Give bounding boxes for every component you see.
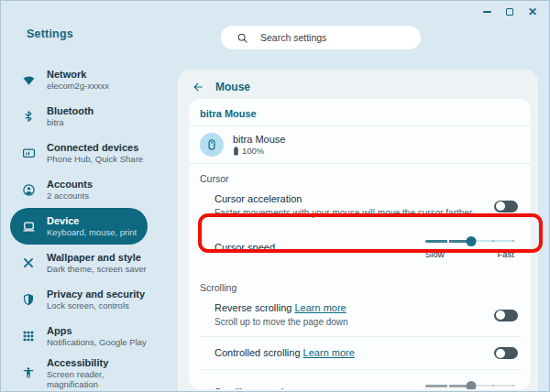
slider-slow-label: Slow	[425, 249, 445, 259]
maximize-icon	[506, 8, 513, 16]
sidebar-item-connected-devices[interactable]: Connected devicesPhone Hub, Quick Share	[10, 135, 148, 171]
cursor-speed-slider[interactable]: Slow Fast	[425, 234, 514, 262]
sidebar-item-accessibility[interactable]: AccessibilityScreen reader, magnificatio…	[10, 354, 148, 391]
reverse-scrolling-toggle[interactable]	[494, 310, 518, 321]
controlled-scrolling-row: Controlled scrolling Learn more	[189, 337, 531, 369]
sidebar-item-sub: Screen reader, magnification	[47, 369, 148, 389]
controlled-scrolling-toggle[interactable]	[494, 347, 518, 359]
cursor-section-header: Cursor	[189, 164, 531, 186]
sidebar-item-sub: Lock screen, controls	[47, 300, 145, 310]
sidebar-item-accounts[interactable]: Accounts2 accounts	[10, 171, 148, 208]
account-icon	[21, 182, 36, 197]
battery-percent: 100%	[242, 146, 264, 156]
scrolling-section-header: Scrolling	[189, 267, 531, 295]
sidebar-nav: Networkelecom2g-xxxxx Bluetoothbitra Con…	[1, 61, 155, 391]
reverse-scrolling-subtitle: Scroll up to move the page down	[214, 317, 494, 328]
devices-icon	[21, 146, 36, 160]
minimize-icon	[483, 11, 491, 13]
scrolling-speed-title: Scrolling speed	[214, 379, 425, 389]
sidebar-item-wallpaper[interactable]: Wallpaper and styleDark theme, screen sa…	[10, 245, 148, 281]
accessibility-icon	[21, 365, 36, 380]
sidebar-item-sub: Keyboard, mouse, print	[47, 227, 137, 237]
brush-icon	[21, 256, 36, 270]
device-row[interactable]: bitra Mouse 100%	[189, 126, 531, 163]
slider-knob	[467, 381, 477, 390]
sidebar-item-sub: 2 accounts	[47, 191, 93, 201]
laptop-icon	[21, 219, 36, 234]
cursor-speed-row: Cursor speed Slow Fast	[189, 227, 531, 267]
controlled-scrolling-learn-more-link[interactable]: Learn more	[303, 347, 355, 358]
reverse-scrolling-learn-more-link[interactable]: Learn more	[294, 302, 346, 313]
sidebar-item-label: Wallpaper and style	[47, 252, 147, 263]
bluetooth-icon	[21, 109, 36, 124]
apps-grid-icon	[21, 329, 36, 343]
page-header: Mouse	[178, 70, 538, 93]
cursor-acceleration-subtitle: Faster movements with your mouse will mo…	[214, 208, 494, 219]
search-icon	[236, 32, 248, 44]
device-name: bitra Mouse	[233, 134, 285, 145]
sidebar-item-sub: Phone Hub, Quick Share	[47, 154, 143, 164]
search-input[interactable]	[258, 31, 396, 44]
sidebar-item-label: Accessibility	[47, 357, 148, 368]
sidebar-item-sub: Notifications, Google Play	[47, 337, 147, 347]
battery-icon	[233, 147, 239, 156]
close-icon: ✕	[528, 6, 537, 17]
slider-tick	[492, 385, 494, 387]
sidebar-item-label: Accounts	[47, 179, 93, 190]
cursor-acceleration-row: Cursor acceleration Faster movements wit…	[189, 186, 531, 227]
slider-tick	[447, 383, 449, 388]
search-bar[interactable]	[221, 26, 421, 49]
page-title: Mouse	[215, 81, 250, 93]
reverse-scrolling-title: Reverse scrolling	[214, 302, 292, 313]
sidebar-item-sub: elecom2g-xxxxx	[47, 81, 109, 91]
minimize-button[interactable]	[481, 6, 492, 17]
sidebar-item-label: Bluetooth	[47, 105, 94, 116]
cursor-speed-title: Cursor speed	[214, 234, 425, 254]
slider-tick	[492, 240, 494, 242]
sidebar-item-bluetooth[interactable]: Bluetoothbitra	[10, 98, 148, 135]
wifi-icon	[21, 72, 36, 87]
controlled-scrolling-title: Controlled scrolling	[214, 347, 301, 358]
app-title: Settings	[27, 27, 73, 40]
slider-tick	[512, 240, 514, 242]
shield-icon	[21, 292, 36, 307]
slider-fast-label: Fast	[498, 249, 514, 259]
sidebar-item-label: Connected devices	[47, 142, 143, 153]
cursor-acceleration-title: Cursor acceleration	[214, 193, 494, 205]
sidebar-item-label: Network	[47, 69, 109, 80]
sidebar-item-privacy[interactable]: Privacy and securityLock screen, control…	[10, 281, 148, 318]
scrolling-speed-row: Scrolling speed Slow Fast	[189, 370, 531, 389]
settings-window: ✕ Settings Networkelecom2g-xxxxx Bluetoo…	[0, 0, 550, 392]
slider-knob[interactable]	[467, 236, 477, 246]
sidebar-item-device[interactable]: DeviceKeyboard, mouse, print	[10, 208, 148, 245]
mouse-settings-card: bitra Mouse bitra Mouse 100% Cursor	[189, 99, 531, 389]
sidebar-item-label: Apps	[47, 325, 147, 336]
slider-tick	[512, 385, 514, 387]
device-section-header: bitra Mouse	[189, 99, 531, 125]
sidebar-item-label: Device	[47, 215, 137, 226]
maximize-button[interactable]	[504, 6, 515, 17]
slider-tick	[447, 238, 449, 244]
sidebar-item-sub: Dark theme, screen saver	[47, 264, 147, 274]
close-button[interactable]: ✕	[527, 6, 538, 17]
sidebar-item-network[interactable]: Networkelecom2g-xxxxx	[10, 61, 148, 98]
sidebar-item-apps[interactable]: AppsNotifications, Google Play	[10, 318, 148, 354]
scrolling-speed-slider: Slow Fast	[425, 379, 514, 389]
reverse-scrolling-row: Reverse scrolling Learn more Scroll up t…	[189, 295, 531, 336]
mouse-icon	[205, 138, 218, 151]
back-arrow-icon	[192, 81, 204, 93]
main-panel: Mouse bitra Mouse bitra Mouse 100% Curso…	[178, 70, 538, 392]
window-controls: ✕	[481, 5, 538, 19]
cursor-acceleration-toggle[interactable]	[494, 201, 518, 212]
sidebar-item-label: Privacy and security	[47, 289, 145, 299]
back-button[interactable]	[191, 80, 205, 94]
device-avatar	[200, 133, 224, 157]
sidebar-item-sub: bitra	[47, 117, 94, 127]
